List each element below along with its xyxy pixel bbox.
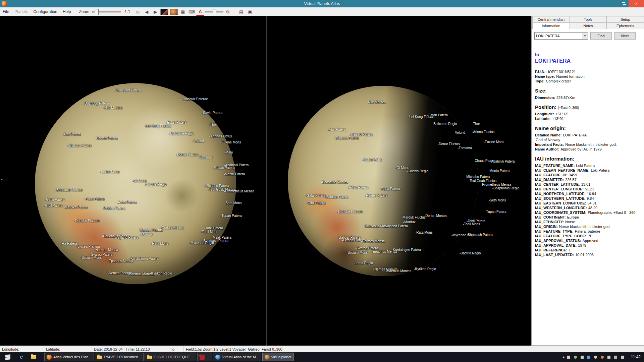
label-density-thumb[interactable] [213,9,216,15]
taskbar-clock[interactable]: 11:42 [629,355,644,359]
taskbar-app-label: Atlas Virtuel des Plan... [53,355,92,359]
tray-icon[interactable] [620,353,626,361]
status-cell: Longitude: [0,346,44,352]
info-label: IAU_CENTER_LONGITUDE: [535,187,584,191]
menu-item[interactable]: Help [60,8,74,16]
tray-icon[interactable] [566,353,572,361]
keyboard-button[interactable]: ⌨ [187,8,196,16]
sidebar-tabs-row-1: Central meridianToolsSetup [532,16,644,22]
projection-globe-button[interactable]: ⊕ [134,8,142,16]
info-label: Name type: [535,74,555,78]
taskbar-apps: Atlas Virtuel des Plan...F:\AVP 2.0\Docu… [44,353,294,361]
sidebar-tab[interactable]: Setup [606,16,644,22]
start-button[interactable] [0,352,15,362]
info-value: Patera. paterae [575,229,600,233]
info-label: IAU_ETHNICITY: [535,220,564,224]
info-row [535,152,642,155]
info-label: Name Author: [535,147,559,151]
tray-icon-dot [607,356,610,359]
tray-icon[interactable] [599,353,605,361]
dual-view-button[interactable]: ▣ [246,8,254,16]
tray-icon[interactable] [579,353,585,361]
restore-button[interactable] [619,0,629,7]
info-value: LOKI PATERA [563,133,587,137]
splitter-arrow-icon[interactable]: ◄ [0,178,3,181]
info-row: Latitude:+13°01' [535,116,642,121]
grid-toggle-button[interactable]: ▦ [179,8,187,16]
info-row: Name Author:Approved by IAU in 1979 [535,147,642,152]
close-button[interactable]: × [629,0,644,7]
info-label: Latitude: [535,117,550,121]
menu-toolbar: FilePlanetsConfigurationHelp Zoom: 1:1 ⊕… [0,7,644,16]
file-explorer-button[interactable] [28,352,40,362]
taskbar-app-button[interactable]: virtualplanet [262,353,293,361]
taskbar-app-button[interactable]: Atlas Virtuel des Plan... [44,353,94,361]
zoom-label: Zoom: [79,9,90,14]
io-globe-map-view[interactable] [35,83,236,284]
label-density-slider[interactable] [205,9,223,15]
info-value: Loki Patera [591,168,609,172]
internet-explorer-button[interactable]: e [15,352,28,362]
info-label: IAU_REFERENCE: [535,248,568,252]
taskbar-app-button[interactable]: F:\AVP 2.0\Documen... [95,353,144,361]
find-button[interactable]: Find [590,32,612,40]
minimize-button[interactable]: – [608,0,619,7]
info-value: Approved [583,239,598,243]
restore-icon [622,2,625,5]
tray-icon-dot [574,356,577,359]
info-value: +51°13' [555,112,568,116]
info-row [535,121,642,124]
zoom-slider-thumb[interactable] [95,9,99,15]
tray-icon[interactable]: ▲ [559,353,565,361]
feature-search-select[interactable]: LOKI PATERA ▼ [534,32,588,40]
info-label: IAU_CONTINENT: [535,215,566,219]
taskbar-app-button[interactable]: G:\601 LOGITHEQUE ... [145,353,196,361]
next-button[interactable]: Next [614,32,636,40]
info-value: Planetographic +East 0 - 360 [588,210,635,215]
info-label: Detailed Name: [535,133,561,137]
taskbar-app-button[interactable] [197,353,212,361]
terminator-shadow [288,86,478,276]
info-label: Type: [535,79,545,83]
info-label: IAU_FEATURE_TYPE: [535,229,574,233]
next-view-button[interactable]: ▶ [151,8,159,16]
windows-logo-icon [5,354,10,360]
menu-item[interactable]: Planets [12,8,31,16]
chevron-down-icon[interactable]: ▼ [582,33,588,39]
tray-icon[interactable] [606,353,612,361]
info-row: IAU_CONTINENT:Europe [535,215,642,220]
previous-view-button[interactable]: ◀ [143,8,151,16]
tray-icon[interactable] [573,353,579,361]
sidebar-tab[interactable]: Ephemeris [606,22,644,29]
sidebar-tab[interactable]: Information [532,22,570,29]
taskbar-app-button[interactable]: Virtual Atlas of the M... [213,353,261,361]
info-row: IAU_NORTHERN_LATITUDE:16.94 [535,191,642,196]
info-row: IAU_DIAMETER:226.57 [535,177,642,182]
texture-thumbnail-dark[interactable] [160,9,168,15]
info-row: Type:Complex crater [535,79,642,83]
info-row: IAU_CLEAN_FEATURE_NAME:Loki Patera [535,168,642,173]
settings-button[interactable]: ⚙ [224,8,232,16]
info-label: IAU_ORIGIN: [535,225,558,229]
sidebar-tab[interactable]: Notes [570,22,607,29]
tray-icon-dot [601,356,604,359]
tray-icon[interactable] [586,353,592,361]
zoom-slider[interactable] [92,9,121,15]
labels-toggle-button[interactable]: A [196,8,204,16]
tray-icon[interactable] [613,353,619,361]
info-value: Complex crater [546,79,571,83]
info-row: IAU_WESTERN_LONGITUDE:48.29 [535,205,642,210]
info-value: Loki Patera [576,164,595,168]
title-bar: Virtual Planets Atlas – × [0,0,644,7]
sidebar-tab[interactable]: Central meridian [532,16,570,22]
info-label: Dimension: [535,96,555,100]
info-label: IAU_APPROVAL_DATE: [535,243,577,247]
menu-item[interactable]: Configuration [31,8,60,16]
single-view-button[interactable]: ▤ [237,8,245,16]
sidebar-tab[interactable]: Tools [570,16,607,22]
feature-info-panel: Io LOKI PATERA P.U.N.:IOPE1301N5121Name … [535,48,642,344]
tray-icon[interactable] [593,353,599,361]
texture-thumbnail-orange[interactable] [170,9,178,15]
tray-icon-dot [581,356,584,359]
menu-item[interactable]: File [0,8,12,16]
